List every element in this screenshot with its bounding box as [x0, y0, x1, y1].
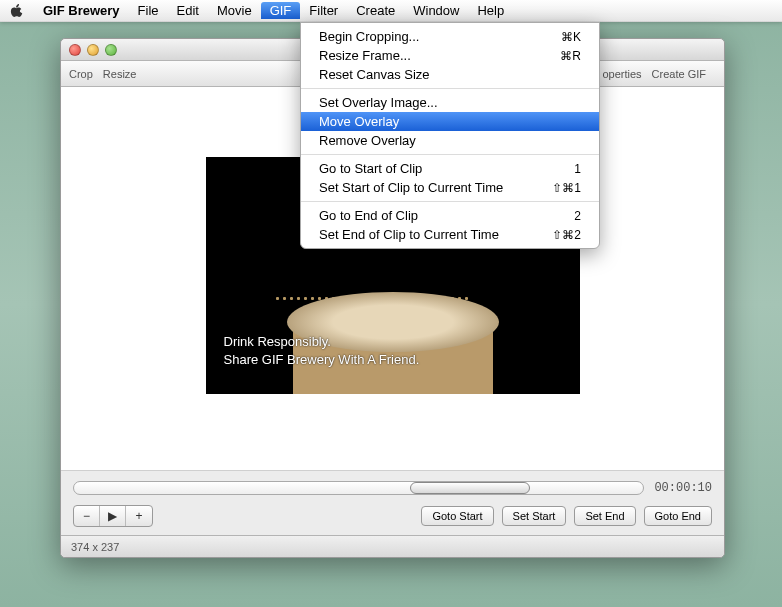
menu-shortcut: 2 [574, 209, 581, 223]
menu-edit[interactable]: Edit [168, 2, 208, 19]
menu-item-set-end-clip[interactable]: Set End of Clip to Current Time⇧⌘2 [301, 225, 599, 244]
menu-label: Remove Overlay [319, 133, 416, 148]
menu-separator [301, 88, 599, 89]
toolbar-properties[interactable]: operties [602, 68, 641, 80]
window-close-button[interactable] [69, 44, 81, 56]
menu-label: Set Overlay Image... [319, 95, 438, 110]
window-minimize-button[interactable] [87, 44, 99, 56]
menu-item-remove-overlay[interactable]: Remove Overlay [301, 131, 599, 150]
menu-item-set-overlay[interactable]: Set Overlay Image... [301, 93, 599, 112]
menu-create[interactable]: Create [347, 2, 404, 19]
system-menubar: GIF Brewery File Edit Movie GIF Filter C… [0, 0, 782, 22]
menu-shortcut: ⌘R [560, 49, 581, 63]
menu-label: Set End of Clip to Current Time [319, 227, 499, 242]
toolbar-crop[interactable]: Crop [69, 68, 93, 80]
menu-help[interactable]: Help [468, 2, 513, 19]
button-row: − ▶ + Goto Start Set Start Set End Goto … [73, 505, 712, 527]
menu-shortcut: ⌘K [561, 30, 581, 44]
menu-filter[interactable]: Filter [300, 2, 347, 19]
scrub-bar[interactable] [73, 481, 644, 495]
set-end-button[interactable]: Set End [574, 506, 635, 526]
apple-icon[interactable] [10, 4, 24, 18]
caption-line: Share GIF Brewery With A Friend. [224, 351, 420, 369]
menu-shortcut: 1 [574, 162, 581, 176]
menu-label: Resize Frame... [319, 48, 411, 63]
step-plus-button[interactable]: + [126, 506, 152, 526]
step-segmented-control: − ▶ + [73, 505, 153, 527]
menu-item-resize-frame[interactable]: Resize Frame...⌘R [301, 46, 599, 65]
menu-item-reset-canvas[interactable]: Reset Canvas Size [301, 65, 599, 84]
menu-gif[interactable]: GIF [261, 2, 301, 19]
menu-separator [301, 201, 599, 202]
scrub-row: 00:00:10 [73, 481, 712, 495]
caption-line: Drink Responsibly. [224, 333, 420, 351]
scrub-thumb[interactable] [410, 482, 530, 494]
menu-item-set-start-clip[interactable]: Set Start of Clip to Current Time⇧⌘1 [301, 178, 599, 197]
gif-dropdown-menu: Begin Cropping...⌘K Resize Frame...⌘R Re… [300, 22, 600, 249]
menu-separator [301, 154, 599, 155]
menu-label: Set Start of Clip to Current Time [319, 180, 503, 195]
app-menu[interactable]: GIF Brewery [34, 2, 129, 19]
status-dimensions: 374 x 237 [71, 541, 119, 553]
step-minus-button[interactable]: − [74, 506, 100, 526]
transport-controls: 00:00:10 − ▶ + Goto Start Set Start Set … [61, 470, 724, 535]
menu-window[interactable]: Window [404, 2, 468, 19]
goto-start-button[interactable]: Goto Start [421, 506, 493, 526]
menu-label: Go to Start of Clip [319, 161, 422, 176]
menu-shortcut: ⇧⌘1 [552, 181, 581, 195]
menu-item-goto-end-clip[interactable]: Go to End of Clip2 [301, 206, 599, 225]
toolbar-create-gif[interactable]: Create GIF [652, 68, 706, 80]
menu-label: Go to End of Clip [319, 208, 418, 223]
menu-label: Begin Cropping... [319, 29, 419, 44]
menu-item-begin-cropping[interactable]: Begin Cropping...⌘K [301, 27, 599, 46]
menu-item-goto-start-clip[interactable]: Go to Start of Clip1 [301, 159, 599, 178]
goto-end-button[interactable]: Goto End [644, 506, 712, 526]
play-button[interactable]: ▶ [100, 506, 126, 526]
set-start-button[interactable]: Set Start [502, 506, 567, 526]
overlay-caption: Drink Responsibly. Share GIF Brewery Wit… [224, 333, 420, 369]
window-zoom-button[interactable] [105, 44, 117, 56]
menu-file[interactable]: File [129, 2, 168, 19]
menu-label: Reset Canvas Size [319, 67, 430, 82]
toolbar-resize[interactable]: Resize [103, 68, 137, 80]
status-bar: 374 x 237 [61, 535, 724, 557]
time-readout: 00:00:10 [654, 481, 712, 495]
menu-shortcut: ⇧⌘2 [552, 228, 581, 242]
menu-item-move-overlay[interactable]: Move Overlay [301, 112, 599, 131]
menu-label: Move Overlay [319, 114, 399, 129]
menu-movie[interactable]: Movie [208, 2, 261, 19]
